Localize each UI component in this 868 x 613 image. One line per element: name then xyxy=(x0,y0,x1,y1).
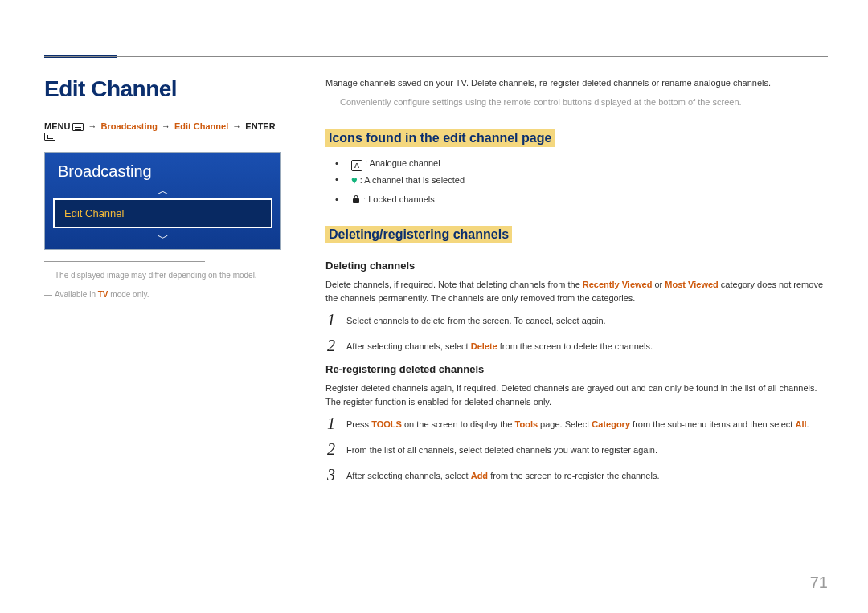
step-number: 1 xyxy=(326,312,337,328)
reregister-paragraph: Register deleted channels again, if requ… xyxy=(326,382,828,409)
legend-locked: : Locked channels xyxy=(343,191,828,208)
legend-text: : A channel that is selected xyxy=(358,175,465,185)
legend-text: : Locked channels xyxy=(361,194,435,204)
step-2: 2 From the list of all channels, select … xyxy=(326,441,828,457)
step-span: After selecting channels, select xyxy=(346,341,471,351)
two-column-layout: Edit Channel MENU → Broadcasting → Edit … xyxy=(44,32,828,492)
footnote-pre: Available in xyxy=(55,290,98,299)
step-span: page. Select xyxy=(538,419,592,429)
step-2: 2 After selecting channels, select Delet… xyxy=(326,337,828,353)
enter-icon xyxy=(44,133,55,141)
menu-label: MENU xyxy=(44,121,70,131)
intro-paragraph: Manage channels saved on your TV. Delete… xyxy=(326,76,828,90)
menu-path: MENU → Broadcasting → Edit Channel → ENT… xyxy=(44,121,281,141)
dash-icon: ― xyxy=(44,271,52,280)
arrow-icon: → xyxy=(160,121,172,131)
step-span: . xyxy=(807,419,809,429)
svg-rect-0 xyxy=(353,198,359,203)
kw-tools: TOOLS xyxy=(371,419,402,429)
arrow-icon: → xyxy=(231,121,243,131)
header-rule xyxy=(44,56,828,57)
step-text: Select channels to delete from the scree… xyxy=(346,312,828,328)
reregister-steps: 1 Press TOOLS on the screen to display t… xyxy=(326,415,828,483)
path-edit-channel: Edit Channel xyxy=(174,121,228,131)
right-column: Manage channels saved on your TV. Delete… xyxy=(326,76,828,492)
step-span: from the screen to re-register the chann… xyxy=(488,471,659,480)
footnote-post: mode only. xyxy=(108,290,149,299)
step-text: After selecting channels, select Add fro… xyxy=(346,467,828,483)
step-3: 3 After selecting channels, select Add f… xyxy=(326,467,828,483)
step-text: Press TOOLS on the screen to display the… xyxy=(346,415,828,431)
step-text: From the list of all channels, select de… xyxy=(346,441,828,457)
footnote-kw: TV xyxy=(98,290,108,299)
legend-text: : Analogue channel xyxy=(362,158,440,168)
path-broadcasting: Broadcasting xyxy=(101,121,158,131)
chevron-down-icon: ﹀ xyxy=(45,233,280,249)
heading-delete-register: Deleting/registering channels xyxy=(326,226,512,243)
tv-menu-title: Broadcasting xyxy=(45,153,280,186)
step-1: 1 Select channels to delete from the scr… xyxy=(326,312,828,328)
page-title: Edit Channel xyxy=(44,76,281,102)
tv-menu-illustration: Broadcasting ︿ Edit Channel ﹀ xyxy=(44,152,281,250)
step-span: Press xyxy=(346,419,371,429)
step-1: 1 Press TOOLS on the screen to display t… xyxy=(326,415,828,431)
footnote-tvmode: ―Available in TV mode only. xyxy=(44,289,281,300)
kw-add: Add xyxy=(471,471,488,480)
para-text: or xyxy=(652,280,665,289)
enter-label: ENTER xyxy=(245,121,275,131)
sub-note: ―Conveniently configure settings using t… xyxy=(326,95,828,112)
step-number: 3 xyxy=(326,467,337,483)
deleting-paragraph: Delete channels, if required. Note that … xyxy=(326,278,828,305)
footnote-text: The displayed image may differ depending… xyxy=(55,271,257,280)
subheading-reregister: Re-registering deleted channels xyxy=(326,363,828,375)
lock-icon xyxy=(351,193,361,202)
subnote-text: Conveniently configure settings using th… xyxy=(340,97,742,107)
legend-analogue: A : Analogue channel xyxy=(343,155,828,172)
kw-all: All xyxy=(795,419,806,429)
step-number: 2 xyxy=(326,337,337,353)
divider xyxy=(44,261,205,262)
kw-most-viewed: Most Viewed xyxy=(665,280,718,289)
tv-menu-item: Edit Channel xyxy=(53,198,272,228)
dash-icon: ― xyxy=(44,290,52,299)
step-text: After selecting channels, select Delete … xyxy=(346,337,828,353)
icon-legend-list: A : Analogue channel ♥ : A channel that … xyxy=(343,155,828,208)
para-text: Delete channels, if required. Note that … xyxy=(326,280,583,289)
step-span: After selecting channels, select xyxy=(346,471,471,480)
kw-delete: Delete xyxy=(471,341,497,351)
heart-icon: ♥ xyxy=(351,171,358,191)
chevron-up-icon: ︿ xyxy=(45,186,280,195)
step-span: from the screen to delete the channels. xyxy=(497,341,653,351)
left-column: Edit Channel MENU → Broadcasting → Edit … xyxy=(44,76,281,492)
deleting-steps: 1 Select channels to delete from the scr… xyxy=(326,312,828,353)
step-span: from the sub-menu items and then select xyxy=(630,419,795,429)
heading-icons: Icons found in the edit channel page xyxy=(326,129,555,147)
menu-icon xyxy=(72,123,84,131)
step-span: on the screen to display the xyxy=(402,419,515,429)
manual-page: Edit Channel MENU → Broadcasting → Edit … xyxy=(0,0,868,613)
step-number: 1 xyxy=(326,415,337,431)
subheading-deleting: Deleting channels xyxy=(326,260,828,272)
analogue-icon: A xyxy=(351,160,362,171)
step-number: 2 xyxy=(326,441,337,457)
kw-tools-page: Tools xyxy=(515,419,538,429)
arrow-icon: → xyxy=(87,121,99,131)
legend-selected: ♥ : A channel that is selected xyxy=(343,171,828,191)
kw-category: Category xyxy=(592,419,630,429)
page-number: 71 xyxy=(810,574,828,592)
footnote-model: ―The displayed image may differ dependin… xyxy=(44,270,281,281)
dash-icon: ― xyxy=(326,96,337,109)
kw-recently-viewed: Recently Viewed xyxy=(583,280,653,289)
